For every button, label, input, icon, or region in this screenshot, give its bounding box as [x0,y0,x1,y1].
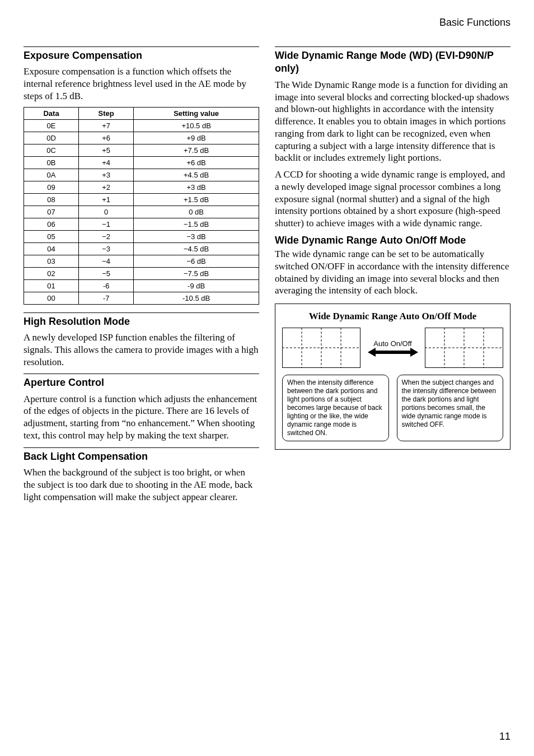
table-cell: +1.5 dB [134,193,259,206]
table-cell: 04 [24,242,79,255]
table-row: 0E+7+10.5 dB [24,119,259,132]
image-grid-left-icon [282,328,360,368]
exposure-compensation-table: Data Step Setting value 0E+7+10.5 dB0D+6… [24,107,259,305]
table-cell: −1 [79,218,134,230]
figure-row: Auto On/Off [282,328,503,368]
table-cell: 0A [24,169,79,181]
page: Basic Functions Exposure Compensation Ex… [0,0,534,756]
figure-caption-left: When the intensity difference between th… [282,375,389,441]
table-cell: -10.5 dB [134,292,259,304]
table-cell: +9 dB [134,132,259,144]
image-grid-right-icon [425,328,503,368]
table-cell: +4 [79,156,134,169]
table-cell: −5 [79,267,134,279]
body-exposure-compensation: Exposure compensation is a function whic… [24,66,259,102]
table-row: 00-7-10.5 dB [24,292,259,304]
table-cell: −2 [79,230,134,242]
table-row: 0C+5+7.5 dB [24,144,259,156]
table-cell: −3 [79,242,134,255]
table-cell: +6 dB [134,156,259,169]
figure-title: Wide Dynamic Range Auto On/Off Mode [282,311,503,322]
table-cell: +2 [79,181,134,193]
section-rule [275,46,510,47]
section-rule [24,374,259,374]
svg-marker-5 [368,348,418,357]
heading-exposure-compensation: Exposure Compensation [24,49,259,62]
section-rule [24,46,259,47]
table-cell: 0 [79,206,134,218]
body-wide-dynamic-range-2: A CCD for shooting a wide dynamic range … [275,169,510,230]
table-row: 04−3−4.5 dB [24,242,259,255]
table-cell: −4.5 dB [134,242,259,255]
table-cell: 0E [24,119,79,132]
table-row: 0B+4+6 dB [24,156,259,169]
page-number: 11 [499,731,510,743]
table-cell: 03 [24,255,79,267]
double-arrow-icon [368,348,418,357]
table-row: 0700 dB [24,206,259,218]
table-cell: −6 dB [134,255,259,267]
table-cell: +7.5 dB [134,144,259,156]
body-wide-dynamic-range-auto: The wide dynamic range can be set to be … [275,248,510,297]
table-cell: −4 [79,255,134,267]
section-rule [24,312,259,313]
heading-wide-dynamic-range-auto: Wide Dynamic Range Auto On/Off Mode [275,234,510,247]
body-high-resolution-mode: A newly developed ISP function enables t… [24,332,259,368]
table-cell: 0 dB [134,206,259,218]
table-cell: −1.5 dB [134,218,259,230]
table-header-setting-value: Setting value [134,107,259,119]
table-header-row: Data Step Setting value [24,107,259,119]
table-row: 02−5−7.5 dB [24,267,259,279]
section-rule [24,447,259,448]
table-cell: +10.5 dB [134,119,259,132]
figure-arrow-block: Auto On/Off [368,339,418,357]
table-cell: -7 [79,292,134,304]
table-header-data: Data [24,107,79,119]
table-cell: −7.5 dB [134,267,259,279]
table-cell: -9 dB [134,279,259,292]
table-cell: 02 [24,267,79,279]
running-head: Basic Functions [24,17,510,29]
table-cell: +5 [79,144,134,156]
table-cell: -6 [79,279,134,292]
table-row: 08+1+1.5 dB [24,193,259,206]
left-column: Exposure Compensation Exposure compensat… [24,41,259,507]
heading-wide-dynamic-range-mode: Wide Dynamic Range Mode (WD) (EVI-D90N/P… [275,49,510,76]
heading-high-resolution-mode: High Resolution Mode [24,315,259,328]
table-cell: 0C [24,144,79,156]
table-cell: 0B [24,156,79,169]
table-cell: 05 [24,230,79,242]
right-column: Wide Dynamic Range Mode (WD) (EVI-D90N/P… [275,41,510,507]
table-cell: +3 dB [134,181,259,193]
two-column-layout: Exposure Compensation Exposure compensat… [24,41,510,507]
heading-aperture-control: Aperture Control [24,376,259,389]
body-aperture-control: Aperture control is a function which adj… [24,393,259,442]
table-row: 05−2−3 dB [24,230,259,242]
figure-captions: When the intensity difference between th… [282,375,503,441]
table-row: 06−1−1.5 dB [24,218,259,230]
table-cell: 06 [24,218,79,230]
table-cell: +1 [79,193,134,206]
table-cell: 08 [24,193,79,206]
body-back-light-compensation: When the background of the subject is to… [24,466,259,503]
table-row: 03−4−6 dB [24,255,259,267]
table-row: 0A+3+4.5 dB [24,169,259,181]
figure-wd-auto-on-off: Wide Dynamic Range Auto On/Off Mode Auto… [275,304,510,450]
table-cell: −3 dB [134,230,259,242]
table-row: 09+2+3 dB [24,181,259,193]
table-cell: 00 [24,292,79,304]
table-cell: 09 [24,181,79,193]
figure-arrow-label: Auto On/Off [373,339,411,348]
body-wide-dynamic-range-1: The Wide Dynamic Range mode is a functio… [275,79,510,164]
table-row: 01-6-9 dB [24,279,259,292]
table-cell: 07 [24,206,79,218]
table-cell: 01 [24,279,79,292]
heading-back-light-compensation: Back Light Compensation [24,450,259,463]
table-cell: +3 [79,169,134,181]
table-header-step: Step [79,107,134,119]
table-cell: +7 [79,119,134,132]
table-cell: 0D [24,132,79,144]
table-cell: +6 [79,132,134,144]
table-row: 0D+6+9 dB [24,132,259,144]
table-cell: +4.5 dB [134,169,259,181]
